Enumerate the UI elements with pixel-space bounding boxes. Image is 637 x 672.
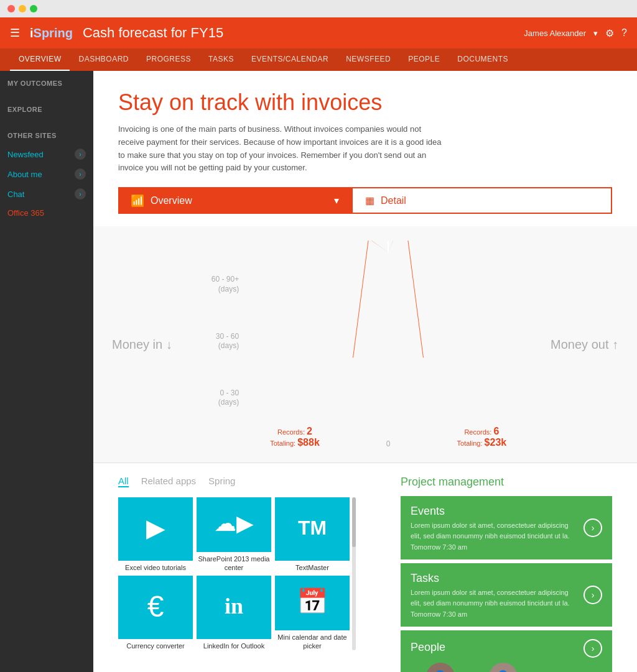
- project-card-people-arrow[interactable]: ›: [584, 639, 602, 658]
- app-tile-excel[interactable]: ▶ Excel video tutorials: [118, 497, 193, 572]
- project-card-events-desc: Lorem ipsum dolor sit amet, consectetuer…: [411, 520, 577, 541]
- top-bar: ☰ iSpring Cash forecast for FY15 James A…: [0, 17, 637, 48]
- project-card-people-title: People: [411, 641, 445, 654]
- day-label-0-30: 0 - 30(days): [218, 389, 239, 408]
- apps-tab-all[interactable]: All: [118, 476, 129, 487]
- project-card-tasks-arrow[interactable]: ›: [584, 586, 602, 604]
- sidebar-item-office365[interactable]: Office 365: [0, 204, 93, 222]
- apps-scrollbar[interactable]: [352, 497, 356, 650]
- nav-events-calendar[interactable]: EVENTS/CALENDAR: [243, 48, 337, 71]
- project-management: Project management Events Lorem ipsum do…: [401, 476, 612, 672]
- chart-section: Money in ↓ 60 - 90+(days) 30 - 60(days) …: [93, 226, 637, 463]
- sidebar-item-newsfeed[interactable]: Newsfeed ›: [0, 144, 93, 164]
- tab-detail-label: Detail: [381, 195, 406, 206]
- sidebar-arrow-about-me: ›: [75, 168, 86, 180]
- nav-tasks[interactable]: TASKS: [200, 48, 243, 71]
- app-label-currency: Currency converter: [126, 642, 185, 650]
- money-out-label: Money out ↑: [551, 338, 618, 352]
- chevron-down-icon: ▾: [334, 195, 339, 206]
- project-card-tasks-title: Tasks: [411, 572, 577, 585]
- sidebar-section-my-outcomes: MY OUTCOMES: [0, 71, 93, 92]
- project-card-events-title: Events: [411, 505, 577, 518]
- avatar-jack: 👤 Jack Scura Assistant of Accounts Onlin…: [411, 663, 470, 672]
- sidebar-label-office365: Office 365: [7, 208, 44, 218]
- invoice-title: Stay on track with invoices: [118, 90, 612, 116]
- project-card-tasks-content: Tasks Lorem ipsum dolor sit amet, consec…: [411, 572, 577, 618]
- project-card-tasks-time: Tomorrow 7:30 am: [411, 610, 577, 618]
- cloud-play-icon: ☁▶: [214, 510, 254, 536]
- day-label-60-90: 60 - 90+(days): [212, 275, 239, 294]
- sidebar-item-chat[interactable]: Chat ›: [0, 184, 93, 204]
- apps-left: All Related apps Spring ▶ Excel video tu…: [118, 476, 376, 672]
- nav-people[interactable]: PEOPLE: [399, 48, 449, 71]
- close-dot[interactable]: [7, 5, 15, 12]
- settings-icon[interactable]: ⚙: [605, 27, 614, 39]
- minimize-dot[interactable]: [19, 5, 26, 12]
- apps-tab-spring[interactable]: Spring: [208, 476, 235, 487]
- user-name[interactable]: James Alexander: [524, 29, 586, 38]
- sidebar-section-other-sites: OTHER SITES: [0, 123, 93, 144]
- project-card-people: People › 👤 Jack Scura Assistant of Accou…: [401, 630, 612, 672]
- money-in-label: Money in ↓: [112, 338, 172, 352]
- avatar-sarah: 👤 Sarah Hamelton VP of Accounts Online: [477, 663, 529, 672]
- project-title: Project management: [401, 476, 612, 489]
- tab-overview-label: Overview: [151, 195, 192, 206]
- grid-icon: ▦: [365, 195, 374, 206]
- app-tile-currency[interactable]: € Currency converter: [118, 576, 193, 650]
- play-icon: ▶: [146, 513, 165, 542]
- sidebar-label-chat: Chat: [7, 190, 24, 199]
- main-layout: MY OUTCOMES EXPLORE OTHER SITES Newsfeed…: [0, 71, 637, 672]
- logo: iSpring: [30, 26, 73, 40]
- tab-overview[interactable]: 📶 Overview ▾: [118, 187, 351, 214]
- avatar-jack-img: 👤: [426, 663, 455, 672]
- top-bar-left: ☰ iSpring Cash forecast for FY15: [10, 25, 223, 41]
- sidebar: MY OUTCOMES EXPLORE OTHER SITES Newsfeed…: [0, 71, 93, 672]
- tm-icon: TM: [298, 517, 327, 540]
- apps-section: All Related apps Spring ▶ Excel video tu…: [93, 463, 637, 672]
- sidebar-label-newsfeed: Newsfeed: [7, 150, 44, 159]
- tab-detail[interactable]: ▦ Detail: [351, 187, 612, 214]
- apps-tab-related[interactable]: Related apps: [141, 476, 196, 487]
- wifi-icon: 📶: [131, 194, 144, 208]
- apps-scrollbar-thumb[interactable]: [352, 497, 356, 547]
- project-card-tasks: Tasks Lorem ipsum dolor sit amet, consec…: [401, 563, 612, 627]
- app-tile-linkedin[interactable]: in LinkedIn for Outlook: [197, 576, 271, 650]
- app-label-sharepoint: SharePoint 2013 media center: [197, 555, 271, 573]
- invoice-description: Invoicing is one of the main parts of bu…: [118, 123, 442, 175]
- nav-documents[interactable]: DOCUMENTS: [449, 48, 517, 71]
- project-card-events-arrow[interactable]: ›: [584, 518, 602, 537]
- nav-newsfeed[interactable]: NEWSFEED: [337, 48, 399, 71]
- hamburger-icon[interactable]: ☰: [10, 26, 20, 40]
- nav-bar: OVERVIEW DASHBOARD PROGRESS TASKS EVENTS…: [0, 48, 637, 71]
- sidebar-arrow-chat: ›: [75, 188, 86, 200]
- top-bar-right: James Alexander ▾ ⚙ ?: [524, 27, 627, 39]
- linkedin-icon: in: [225, 593, 243, 619]
- sidebar-item-about-me[interactable]: About me ›: [0, 164, 93, 184]
- overview-detail-tabs: 📶 Overview ▾ ▦ Detail: [118, 187, 612, 214]
- day-label-30-60: 30 - 60(days): [216, 332, 239, 351]
- project-card-events-time: Tomorrow 7:30 am: [411, 543, 577, 551]
- project-card-events-content: Events Lorem ipsum dolor sit amet, conse…: [411, 505, 577, 551]
- app-tile-textmaster[interactable]: TM TextMaster: [275, 497, 350, 572]
- app-tile-calendar[interactable]: 📅 Mini calendar and date picker: [275, 576, 350, 650]
- nav-progress[interactable]: PROGRESS: [137, 48, 200, 71]
- app-label-linkedin: LinkedIn for Outlook: [203, 642, 264, 650]
- app-tile-sharepoint[interactable]: ☁▶ SharePoint 2013 media center: [197, 497, 271, 572]
- maximize-dot[interactable]: [30, 5, 37, 12]
- euro-icon: €: [147, 589, 164, 624]
- content-area: Stay on track with invoices Invoicing is…: [93, 71, 637, 672]
- sidebar-arrow-newsfeed: ›: [75, 149, 86, 160]
- invoice-section: Stay on track with invoices Invoicing is…: [93, 71, 637, 226]
- svg-line-11: [353, 241, 371, 357]
- calendar-icon: 📅: [297, 587, 328, 616]
- chevron-down-icon[interactable]: ▾: [593, 29, 598, 38]
- page-title: Cash forecast for FY15: [83, 25, 223, 41]
- app-label-excel: Excel video tutorials: [125, 563, 186, 572]
- project-card-tasks-desc: Lorem ipsum dolor sit amet, consectetuer…: [411, 587, 577, 608]
- help-icon[interactable]: ?: [621, 27, 627, 39]
- nav-overview[interactable]: OVERVIEW: [10, 48, 70, 71]
- nav-dashboard[interactable]: DASHBOARD: [70, 48, 137, 71]
- project-card-events: Events Lorem ipsum dolor sit amet, conse…: [401, 496, 612, 559]
- sidebar-label-about-me: About me: [7, 170, 42, 179]
- fan-chart: Records: 9 Totaling: $52k Records: 7 Tot…: [258, 241, 519, 442]
